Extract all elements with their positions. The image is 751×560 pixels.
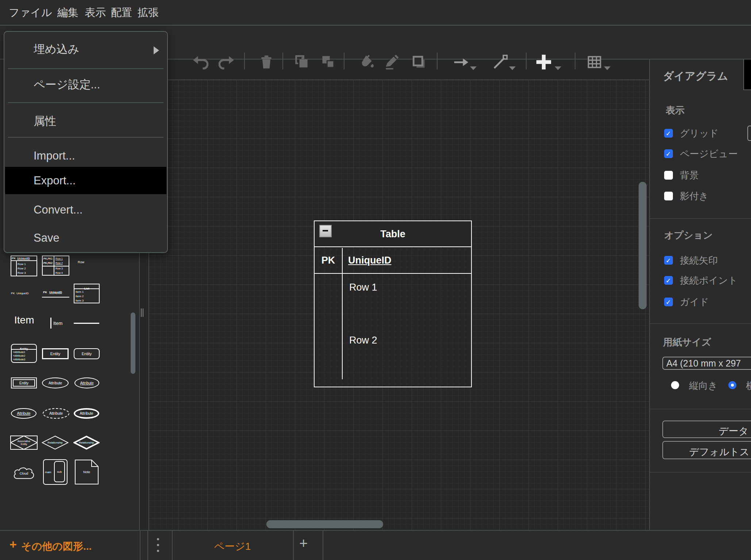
menu-view[interactable]: 表示 [85,0,106,25]
more-shapes-button[interactable]: その他の図形... [21,540,92,553]
palette-pk-shape[interactable]: PK UniqueID [11,292,28,295]
table-row1-cell[interactable]: Row 1 [349,275,377,300]
landscape-radio[interactable] [728,381,736,389]
to-front-icon[interactable] [294,54,310,70]
insert-icon[interactable] [536,54,552,70]
shadow-checkbox[interactable] [664,192,673,200]
palette-item-bar-shape[interactable]: Item [50,318,65,329]
collapse-icon[interactable] [319,225,332,237]
panel-corner-tab[interactable] [743,60,751,90]
table-column-divider [342,248,343,379]
palette-label: Entity [20,347,28,350]
palette-cloud-shape[interactable]: Cloud [12,466,36,480]
palette-row-shape[interactable]: Row [78,260,84,264]
menu-item-properties[interactable]: 属性 [5,107,166,136]
palette-scrollbar[interactable] [131,312,135,374]
palette-attribute-key2-shape[interactable]: Attribute [11,408,36,419]
palette-associative-entity-shape[interactable]: Associative Entity [10,436,38,450]
palette-partition-shape[interactable]: sub main [43,459,68,485]
canvas-vertical-scrollbar[interactable] [639,182,647,309]
grid-checkbox[interactable] [664,129,673,138]
palette-list-shape[interactable]: List Item 1 Item 2 Item 3 [74,284,100,303]
menu-arrange[interactable]: 配置 [111,0,132,25]
table-icon[interactable] [586,54,602,70]
splitter-handle[interactable] [141,308,142,317]
table-uniqueid-cell[interactable]: UniqueID [348,248,392,273]
palette-line-shape[interactable] [74,323,99,324]
menu-item-import[interactable]: Import... [5,141,166,170]
guides-checkbox[interactable] [664,298,673,306]
add-page-icon[interactable]: + [299,535,308,552]
menu-separator [8,102,163,103]
undo-icon[interactable] [192,54,208,70]
insert-caret-icon[interactable] [555,66,561,70]
palette-label: Note [83,470,90,474]
palette-label: PK,FK2 [43,262,53,264]
table-row2-cell[interactable]: Row 2 [349,327,377,353]
menu-item-convert[interactable]: Convert... [5,195,166,225]
palette-label: Entity [21,443,27,446]
menu-edit[interactable]: 編集 [57,0,78,25]
page-tab[interactable]: ページ1 [172,540,293,553]
palette-label: PK,FK1 [43,257,53,260]
palette-label: Relationship [79,441,94,444]
palette-attribute-multi-shape[interactable]: Attribute [74,408,99,419]
paper-size-select[interactable]: A4 (210 mm x 297 [662,357,751,370]
table-caret-icon[interactable] [604,66,611,70]
palette-attribute-derived-shape[interactable]: Attribute [43,408,69,419]
menu-separator [8,68,163,69]
menu-item-page-setup[interactable]: ページ設定... [5,70,166,99]
palette-label: +Attribute3 [13,358,25,361]
background-checkbox[interactable] [664,171,673,180]
palette-pk-row-shape[interactable]: PK UniqueID [42,289,69,298]
background-label: 背景 [680,171,699,180]
palette-relationship-id-shape[interactable]: Relationship [73,436,100,450]
menu-extras[interactable]: 拡張 [138,0,159,25]
canvas-horizontal-scrollbar[interactable] [266,520,383,528]
default-style-button[interactable]: デフォルトス [662,441,751,459]
page-view-checkbox[interactable] [664,149,673,158]
palette-entity-rect-shape[interactable]: Entity [42,348,69,359]
palette-item-text-shape[interactable]: Item [14,314,34,326]
shadow-icon[interactable] [411,54,427,70]
waypoints-caret-icon[interactable] [509,66,516,70]
palette-entity-double-shape[interactable]: Entity [11,377,37,388]
palette-attribute-shape[interactable]: Attribute [42,377,69,388]
palette-table-shape[interactable]: PK UniqueID Row 1 Row 2 Row 3 [11,256,37,276]
table-pk-cell[interactable]: PK [315,248,342,273]
line-color-icon[interactable] [384,54,400,70]
palette-label: Attribute [80,381,93,385]
menu-item-export[interactable]: Export... [5,167,166,194]
portrait-radio[interactable] [671,381,679,389]
menu-item-save[interactable]: Save [5,223,166,253]
splitter-handle[interactable] [143,308,143,317]
menu-item-embed[interactable]: 埋め込み [5,35,166,64]
waypoints-icon[interactable] [492,54,508,70]
palette-label: Attribute [49,411,63,415]
table-title-row[interactable]: Table [315,221,471,247]
palette-label: Entity [50,352,61,356]
palette-table2-shape[interactable]: PK,FK1 PK,FK2 Row 1 Row 2 Row 3 Row 4 [42,256,69,276]
palette-relationship-shape[interactable]: Relationship [42,436,69,450]
portrait-label: 縦向き [689,381,718,390]
connection-icon[interactable] [453,54,469,70]
connection-points-checkbox[interactable] [664,276,673,285]
palette-attribute-key-shape[interactable]: Attribute [74,377,99,388]
palette-entity-full-shape[interactable]: Entity +Attribute1 +Attribute2 +Attribut… [11,344,37,363]
palette-entity-rounded-shape[interactable]: Entity [74,348,100,359]
delete-icon[interactable] [258,54,274,70]
palette-note-shape[interactable]: Note [74,459,99,485]
palette-label: Attribute [80,411,93,415]
palette-label: Item 3 [76,299,84,302]
menu-file[interactable]: ファイル [9,0,52,25]
canvas-table-shape[interactable]: Table PK UniqueID Row 1 Row 2 [314,220,472,387]
bottom-bar-divider [293,531,294,560]
redo-icon[interactable] [219,54,235,70]
connection-caret-icon[interactable] [470,66,477,70]
grid-size-input[interactable] [747,126,751,141]
connection-arrows-checkbox[interactable] [664,256,673,265]
more-shapes-plus-icon: + [9,537,17,552]
fill-color-icon[interactable] [358,54,374,70]
to-back-icon[interactable] [320,54,336,70]
edit-data-button[interactable]: データ [662,421,751,438]
